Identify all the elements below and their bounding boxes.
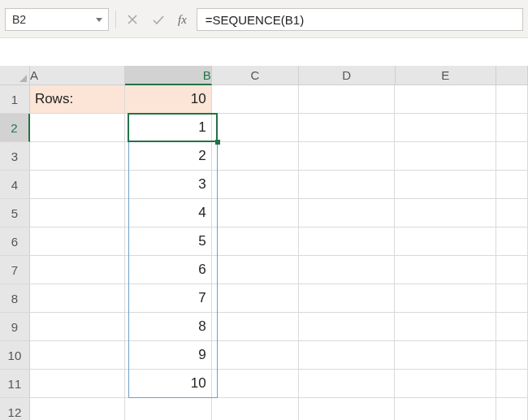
spreadsheet-grid[interactable]: A B C D E 1 Rows: 10 2 1 3 2 4 bbox=[0, 66, 528, 420]
cell-D12[interactable] bbox=[299, 398, 396, 420]
enter-icon[interactable] bbox=[149, 10, 168, 29]
name-box-dropdown-icon[interactable] bbox=[95, 15, 103, 24]
cell-C7[interactable] bbox=[212, 256, 299, 284]
cell-E8[interactable] bbox=[395, 284, 496, 313]
col-head-C[interactable]: C bbox=[212, 66, 299, 85]
col-head-E[interactable]: E bbox=[396, 66, 497, 85]
cell-F3[interactable] bbox=[496, 142, 528, 171]
cell-B6[interactable]: 5 bbox=[125, 227, 212, 256]
col-head-extra[interactable] bbox=[496, 66, 528, 85]
cell-D11[interactable] bbox=[299, 370, 396, 398]
cell-D1[interactable] bbox=[299, 85, 396, 114]
cell-E3[interactable] bbox=[395, 142, 496, 171]
cell-D2[interactable] bbox=[299, 114, 396, 142]
cell-A2[interactable] bbox=[30, 114, 125, 142]
cell-A5[interactable] bbox=[30, 199, 125, 227]
cell-B10[interactable]: 9 bbox=[125, 341, 212, 370]
cell-C1[interactable] bbox=[212, 85, 299, 114]
cell-B2[interactable]: 1 bbox=[125, 114, 212, 142]
cell-C2[interactable] bbox=[212, 114, 299, 142]
cancel-icon[interactable] bbox=[123, 10, 142, 29]
cell-F9[interactable] bbox=[496, 313, 528, 341]
cell-F8[interactable] bbox=[496, 284, 528, 313]
cell-F11[interactable] bbox=[496, 370, 528, 398]
cell-C8[interactable] bbox=[212, 284, 299, 313]
row-head-12[interactable]: 12 bbox=[0, 398, 30, 420]
cell-E4[interactable] bbox=[395, 171, 496, 199]
cell-F7[interactable] bbox=[496, 256, 528, 284]
row-head-6[interactable]: 6 bbox=[0, 227, 30, 256]
cell-C12[interactable] bbox=[212, 398, 299, 420]
cell-B3[interactable]: 2 bbox=[125, 142, 212, 171]
row-head-5[interactable]: 5 bbox=[0, 199, 30, 227]
cell-B4[interactable]: 3 bbox=[125, 171, 212, 199]
cell-F4[interactable] bbox=[496, 171, 528, 199]
fx-icon[interactable]: fx bbox=[175, 13, 190, 27]
fill-handle[interactable] bbox=[215, 140, 220, 145]
cell-F10[interactable] bbox=[496, 341, 528, 370]
cell-E10[interactable] bbox=[395, 341, 496, 370]
cell-A10[interactable] bbox=[30, 341, 125, 370]
cell-A4[interactable] bbox=[30, 171, 125, 199]
cell-D8[interactable] bbox=[299, 284, 396, 313]
cell-C11[interactable] bbox=[212, 370, 299, 398]
cell-E5[interactable] bbox=[395, 199, 496, 227]
select-all-corner[interactable] bbox=[0, 66, 30, 85]
row-head-1[interactable]: 1 bbox=[0, 85, 30, 114]
name-box[interactable]: B2 bbox=[5, 8, 109, 31]
cell-E1[interactable] bbox=[395, 85, 496, 114]
cell-B1[interactable]: 10 bbox=[125, 85, 212, 114]
cell-A9[interactable] bbox=[30, 313, 125, 341]
cell-C4[interactable] bbox=[212, 171, 299, 199]
cell-D7[interactable] bbox=[299, 256, 396, 284]
cell-B9[interactable]: 8 bbox=[125, 313, 212, 341]
cell-F2[interactable] bbox=[496, 114, 528, 142]
row-head-4[interactable]: 4 bbox=[0, 171, 30, 199]
cell-C9[interactable] bbox=[212, 313, 299, 341]
cell-D10[interactable] bbox=[299, 341, 396, 370]
cell-B5[interactable]: 4 bbox=[125, 199, 212, 227]
cell-C5[interactable] bbox=[212, 199, 299, 227]
cell-C6[interactable] bbox=[212, 227, 299, 256]
cell-C3[interactable] bbox=[212, 142, 299, 171]
cell-A6[interactable] bbox=[30, 227, 125, 256]
row-head-3[interactable]: 3 bbox=[0, 142, 30, 171]
cell-A7[interactable] bbox=[30, 256, 125, 284]
cell-A11[interactable] bbox=[30, 370, 125, 398]
col-head-A[interactable]: A bbox=[30, 66, 125, 85]
row-head-9[interactable]: 9 bbox=[0, 313, 30, 341]
cell-E6[interactable] bbox=[395, 227, 496, 256]
col-head-B[interactable]: B bbox=[125, 66, 212, 85]
col-head-D[interactable]: D bbox=[299, 66, 396, 85]
cell-A1[interactable]: Rows: bbox=[30, 85, 125, 114]
cell-B11[interactable]: 10 bbox=[125, 370, 212, 398]
cell-F6[interactable] bbox=[496, 227, 528, 256]
cell-F12[interactable] bbox=[496, 398, 528, 420]
cell-D9[interactable] bbox=[299, 313, 396, 341]
row-head-7[interactable]: 7 bbox=[0, 256, 30, 284]
cell-E12[interactable] bbox=[395, 398, 496, 420]
row-head-10[interactable]: 10 bbox=[0, 341, 30, 370]
cell-C10[interactable] bbox=[212, 341, 299, 370]
cell-E9[interactable] bbox=[395, 313, 496, 341]
separator bbox=[115, 11, 116, 28]
row-head-11[interactable]: 11 bbox=[0, 370, 30, 398]
cell-D6[interactable] bbox=[299, 227, 396, 256]
cell-A12[interactable] bbox=[30, 398, 125, 420]
formula-input[interactable]: =SEQUENCE(B1) bbox=[197, 8, 523, 31]
cell-E7[interactable] bbox=[395, 256, 496, 284]
cell-A8[interactable] bbox=[30, 284, 125, 313]
cell-D4[interactable] bbox=[299, 171, 396, 199]
row-head-2[interactable]: 2 bbox=[0, 114, 30, 142]
cell-B8[interactable]: 7 bbox=[125, 284, 212, 313]
cell-D3[interactable] bbox=[299, 142, 396, 171]
cell-F1[interactable] bbox=[496, 85, 528, 114]
cell-E2[interactable] bbox=[395, 114, 496, 142]
cell-A3[interactable] bbox=[30, 142, 125, 171]
cell-F5[interactable] bbox=[496, 199, 528, 227]
row-head-8[interactable]: 8 bbox=[0, 284, 30, 313]
cell-E11[interactable] bbox=[395, 370, 496, 398]
cell-D5[interactable] bbox=[299, 199, 396, 227]
cell-B12[interactable] bbox=[125, 398, 212, 420]
cell-B7[interactable]: 6 bbox=[125, 256, 212, 284]
